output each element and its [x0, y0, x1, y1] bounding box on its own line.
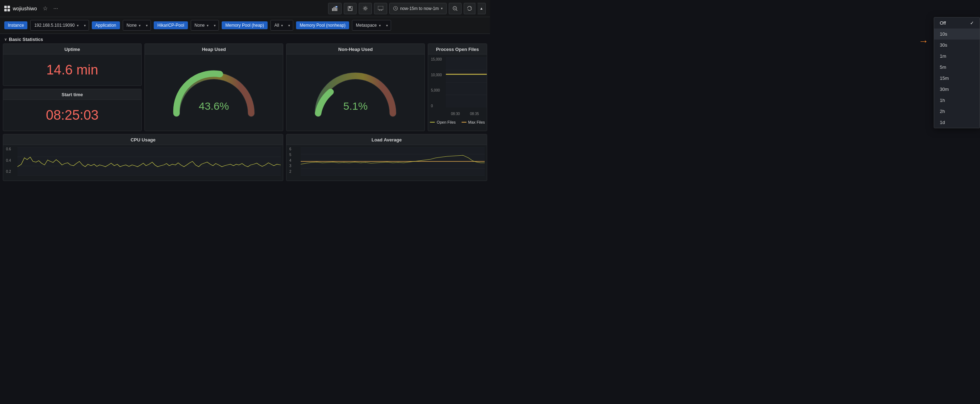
section-chevron: ∨ [4, 37, 7, 42]
uptime-title: Uptime [3, 44, 141, 54]
share-icon[interactable]: ⋯ [53, 6, 58, 11]
svg-rect-11 [378, 6, 383, 10]
bar-chart-icon [332, 6, 338, 11]
svg-line-17 [396, 8, 397, 9]
svg-rect-3 [336, 8, 337, 11]
svg-text:43.6%: 43.6% [199, 100, 229, 112]
zoom-out-button[interactable] [449, 3, 461, 14]
x-axis-labels: 08:30 08:35 [446, 112, 484, 116]
display-icon [378, 6, 383, 11]
svg-line-20 [456, 10, 457, 11]
load-average-panel: Load Average 6 5 4 3 2 [286, 134, 487, 181]
load-chart-svg [301, 147, 485, 176]
application-label[interactable]: Application [92, 21, 120, 29]
open-files-title: Process Open Files [428, 44, 487, 54]
svg-rect-8 [349, 6, 351, 8]
basic-statistics-header[interactable]: ∨ Basic Statistics [0, 34, 490, 43]
heap-used-title: Heap Used [145, 44, 283, 54]
legend-max-files: Max Files [461, 120, 485, 125]
svg-rect-0 [332, 8, 333, 11]
time-range-chevron: ▾ [441, 6, 443, 10]
hikaricp-label[interactable]: HikariCP-Pool [154, 21, 188, 29]
open-files-svg [446, 57, 487, 107]
memory-heap-select[interactable]: All ▾ [270, 20, 293, 30]
hikaricp-select[interactable]: None ▾ [191, 20, 219, 30]
load-y-axis: 6 5 4 3 2 [289, 147, 291, 174]
non-heap-title: Non-Heap Used [286, 44, 425, 54]
time-range-picker[interactable]: now-15m to now-1m ▾ [389, 3, 447, 14]
application-select[interactable]: None ▾ [123, 20, 151, 30]
star-icon[interactable]: ☆ [43, 5, 48, 12]
grid-icon [4, 6, 10, 11]
save-icon [348, 6, 353, 11]
settings-button[interactable] [359, 3, 372, 14]
filter-bar: Instance 192.168.5.101:19090 ▾ Applicati… [0, 17, 490, 34]
time-range-label: now-15m to now-1m [400, 6, 439, 11]
non-heap-gauge: 5.1% [286, 54, 425, 124]
open-files-panel: Process Open Files 15,000 10,000 5,000 0 [428, 43, 487, 131]
add-panel-button[interactable] [328, 3, 342, 14]
memory-nonheap-select[interactable]: Metaspace ▾ [352, 20, 391, 30]
open-files-legend: Open Files Max Files [428, 119, 487, 126]
svg-point-10 [364, 8, 366, 9]
nav-right: now-15m to now-1m ▾ ▲ [328, 3, 486, 14]
non-heap-used-panel: Non-Heap Used 5.1% [286, 43, 425, 131]
y-axis-labels: 15,000 10,000 5,000 0 [431, 57, 442, 108]
open-files-legend-dot [430, 122, 435, 123]
clock-icon [393, 6, 398, 11]
cpu-chart-svg [18, 147, 281, 176]
app-title: wojiushiwo [13, 6, 37, 11]
start-time-value: 08:25:03 [3, 100, 141, 131]
dashboard-grid: Uptime 14.6 min Heap Used [0, 43, 490, 184]
max-files-legend-dot [461, 122, 466, 123]
svg-rect-1 [333, 7, 334, 11]
uptime-panel: Uptime 14.6 min [3, 43, 142, 86]
instance-select[interactable]: 192.168.5.101:19090 ▾ [30, 20, 89, 30]
non-heap-gauge-svg: 5.1% [307, 62, 404, 119]
refresh-button[interactable] [464, 3, 476, 14]
svg-rect-32 [18, 147, 281, 176]
instance-label[interactable]: Instance [4, 21, 27, 29]
save-button[interactable] [344, 3, 356, 14]
uptime-value: 14.6 min [3, 54, 141, 86]
cpu-y-axis: 0.6 0.4 0.2 [6, 147, 11, 174]
cpu-usage-title: CPU Usage [3, 134, 283, 145]
display-button[interactable] [374, 3, 387, 14]
zoom-out-icon [453, 6, 458, 11]
settings-icon [363, 6, 368, 11]
top-nav: wojiushiwo ☆ ⋯ [0, 0, 490, 17]
heap-used-panel: Heap Used 43.6% [145, 43, 283, 131]
cpu-chart-area: 0.6 0.4 0.2 [3, 145, 283, 180]
memory-nonheap-label[interactable]: Memory Pool (nonheap) [296, 21, 349, 29]
refresh-icon [467, 6, 472, 11]
refresh-interval-dropdown[interactable]: ▲ [477, 3, 486, 14]
svg-rect-9 [349, 8, 352, 10]
open-files-chart-area: 15,000 10,000 5,000 0 08:30 [428, 54, 487, 119]
cpu-usage-panel: CPU Usage 0.6 0.4 0.2 [3, 134, 283, 181]
svg-text:5.1%: 5.1% [344, 100, 368, 112]
memory-heap-label[interactable]: Memory Pool (heap) [222, 21, 267, 29]
legend-open-files: Open Files [430, 120, 455, 125]
app-logo: wojiushiwo ☆ ⋯ [4, 5, 58, 12]
load-chart-area: 6 5 4 3 2 [286, 145, 487, 180]
heap-used-gauge: 43.6% [145, 54, 283, 124]
start-time-title: Start time [3, 89, 141, 100]
start-time-panel: Start time 08:25:03 [3, 89, 142, 131]
load-average-title: Load Average [286, 134, 487, 145]
section-title: Basic Statistics [9, 37, 43, 42]
heap-gauge-svg: 43.6% [166, 62, 262, 119]
